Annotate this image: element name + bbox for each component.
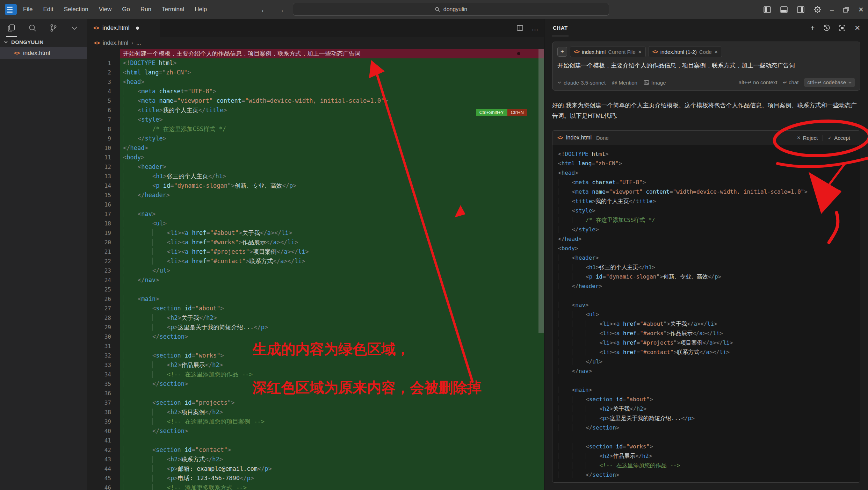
code-line[interactable]: 12 <header>: [87, 162, 544, 172]
editor-scrollbar[interactable]: [538, 49, 544, 333]
code-line[interactable]: 19 <li><a href="#about">关于我</a></li>: [87, 228, 544, 238]
window-restore-button[interactable]: [842, 6, 849, 13]
model-selector[interactable]: claude-3.5-sonnet: [557, 80, 606, 86]
code-block-header: <> index.html Done ✕ Reject ✓ Accept: [552, 131, 860, 145]
code-line[interactable]: 1<!DOCTYPE html>: [87, 58, 544, 68]
no-context-hint[interactable]: alt+↵ no context: [739, 79, 777, 86]
reject-keybinding-badge[interactable]: Ctrl+N: [507, 109, 527, 116]
code-line[interactable]: 38 <h2>项目案例</h2>: [87, 408, 544, 417]
deleted-line[interactable]: 开始创建一个模板，主要介绍个人的作品信息，项目案例，联系方式，加上一些动态广告词: [87, 49, 544, 58]
explorer-icon[interactable]: [5, 19, 18, 37]
menu-item-selection[interactable]: Selection: [64, 6, 88, 13]
history-back-icon[interactable]: ←: [260, 5, 268, 14]
code-line[interactable]: 22 <li><a href="#contact">联系方式</a></li>: [87, 257, 544, 266]
user-message-text[interactable]: 开始创建一个模板，主要介绍个人的作品信息，项目案例，联系方式，加上一些动态广告词: [557, 62, 855, 70]
code-line[interactable]: 17 <nav>: [87, 209, 544, 219]
sidebar-item-index-html[interactable]: <> index.html: [0, 47, 87, 59]
chat-input-card[interactable]: + <> index.html Current File ✕ <> index.…: [552, 42, 860, 91]
layout-sidebar-right-icon[interactable]: [797, 6, 805, 14]
mention-button[interactable]: @ Mention: [612, 80, 637, 86]
chevron-down-icon[interactable]: [68, 19, 81, 37]
code-line[interactable]: 13 <h1>张三的个人主页</h1>: [87, 172, 544, 181]
code-line[interactable]: 20 <li><a href="#works">作品展示</a></li>: [87, 238, 544, 247]
code-line[interactable]: 42 <section id="contact">: [87, 445, 544, 455]
window-close-button[interactable]: ✕: [858, 6, 864, 13]
tab-index-html[interactable]: <> index.html: [87, 19, 160, 37]
layout-sidebar-left-icon[interactable]: [763, 6, 771, 14]
context-chip-current-file[interactable]: <> index.html Current File ✕: [570, 46, 646, 57]
chat-input-footer: claude-3.5-sonnet @ Mention Image alt+↵ …: [557, 78, 855, 87]
code-line[interactable]: 10</head>: [87, 143, 544, 153]
layout-panel-bottom-icon[interactable]: [780, 6, 788, 14]
search-view-icon[interactable]: [26, 19, 39, 37]
expand-chat-icon[interactable]: [839, 24, 846, 32]
history-icon[interactable]: [823, 24, 830, 32]
source-control-icon[interactable]: [47, 19, 60, 37]
code-line[interactable]: 9 </style>: [87, 134, 544, 143]
menu-item-edit[interactable]: Edit: [43, 6, 53, 13]
command-center-search[interactable]: dongyulin: [293, 3, 609, 16]
add-context-button[interactable]: +: [557, 47, 567, 57]
code-line[interactable]: 43 <h2>联系方式</h2>: [87, 455, 544, 464]
breadcrumb[interactable]: <> index.html › ...: [87, 37, 544, 49]
code-line[interactable]: 21 <li><a href="#projects">项目案例</a></li>: [87, 247, 544, 257]
code-line[interactable]: 16: [87, 200, 544, 209]
code-line[interactable]: 23 </ul>: [87, 266, 544, 275]
code-line[interactable]: 24 </nav>: [87, 275, 544, 285]
accept-keybinding-badge[interactable]: Ctrl+Shift+Y: [476, 109, 507, 116]
assistant-response-text: 好的,我来为您创建一个简单的个人主页介绍模板。这个模板将包含个人作品信息、项目案…: [552, 100, 861, 121]
code-line[interactable]: 2<html lang="zh-CN">: [87, 68, 544, 77]
code-line[interactable]: 39 <!-- 在这里添加您的项目案例 -->: [87, 417, 544, 426]
code-line[interactable]: 15 </header>: [87, 190, 544, 200]
menu-item-go[interactable]: Go: [122, 6, 130, 13]
code-line[interactable]: 44 <p>邮箱: example@email.com</p>: [87, 464, 544, 474]
code-line[interactable]: 28 <h2>关于我</h2>: [87, 313, 544, 323]
code-line[interactable]: 4 <meta charset="UTF-8">: [87, 87, 544, 96]
code-line[interactable]: 41: [87, 436, 544, 445]
code-line[interactable]: 26 <main>: [87, 294, 544, 304]
code-line[interactable]: 25: [87, 285, 544, 294]
code-line[interactable]: 37 <section id="projects">: [87, 398, 544, 408]
remove-chip-icon[interactable]: ✕: [638, 49, 642, 55]
code-line[interactable]: 14 <p id="dynamic-slogan">创新、专业、高效</p>: [87, 181, 544, 190]
code-line[interactable]: 27 <section id="about">: [87, 304, 544, 313]
model-name: claude-3.5-sonnet: [564, 80, 606, 86]
code-line[interactable]: 34 <!-- 在这里添加您的作品 -->: [87, 370, 544, 379]
reject-button[interactable]: ✕ Reject: [792, 135, 823, 141]
menu-item-file[interactable]: File: [23, 6, 32, 13]
code-line[interactable]: 46 <!-- 添加更多联系方式 -->: [87, 483, 544, 490]
code-line[interactable]: 3<head>: [87, 77, 544, 87]
tab-chat[interactable]: CHAT: [552, 20, 569, 36]
modified-dot-icon[interactable]: [136, 27, 139, 30]
explorer-section-header[interactable]: DONGYULIN: [0, 37, 87, 47]
remove-chip-icon[interactable]: ✕: [714, 49, 718, 55]
chat-code-line: /* 在这里添加CSS样式 */: [558, 215, 860, 225]
settings-gear-icon[interactable]: [813, 6, 822, 14]
context-chip-code-range[interactable]: <> index.html (1-2) Code ✕: [649, 46, 722, 57]
breadcrumb-tail[interactable]: ...: [136, 40, 141, 46]
menu-item-terminal[interactable]: Terminal: [162, 6, 184, 13]
menu-item-run[interactable]: Run: [140, 6, 151, 13]
code-line[interactable]: 5 <meta name="viewport" content="width=d…: [87, 96, 544, 106]
more-actions-icon[interactable]: …: [531, 24, 538, 32]
code-line[interactable]: 11<body>: [87, 153, 544, 162]
menu-item-view[interactable]: View: [99, 6, 112, 13]
close-chat-icon[interactable]: ✕: [854, 24, 860, 31]
history-forward-icon[interactable]: →: [277, 5, 285, 14]
image-button[interactable]: Image: [644, 80, 666, 86]
code-line[interactable]: 33 <h2>作品展示</h2>: [87, 360, 544, 370]
code-line[interactable]: 29 <p>这里是关于我的简短介绍...</p>: [87, 323, 544, 332]
new-chat-icon[interactable]: +: [811, 24, 815, 31]
chat-submit-hint[interactable]: ↵ chat: [783, 79, 798, 86]
code-line[interactable]: 7 <style>: [87, 115, 544, 124]
split-editor-icon[interactable]: [516, 24, 524, 32]
code-line[interactable]: 40 </section>: [87, 426, 544, 436]
code-line[interactable]: 18 <ul>: [87, 219, 544, 228]
code-line[interactable]: 8 /* 在这里添加CSS样式 */: [87, 124, 544, 134]
breadcrumb-file[interactable]: index.html: [103, 40, 128, 46]
menu-item-help[interactable]: Help: [195, 6, 207, 13]
codebase-submit-button[interactable]: ctrl+↵ codebase: [804, 78, 855, 87]
code-line[interactable]: 45 <p>电话: 123-456-7890</p>: [87, 474, 544, 483]
window-minimize-button[interactable]: –: [830, 6, 834, 13]
accept-button[interactable]: ✓ Accept: [823, 135, 855, 141]
